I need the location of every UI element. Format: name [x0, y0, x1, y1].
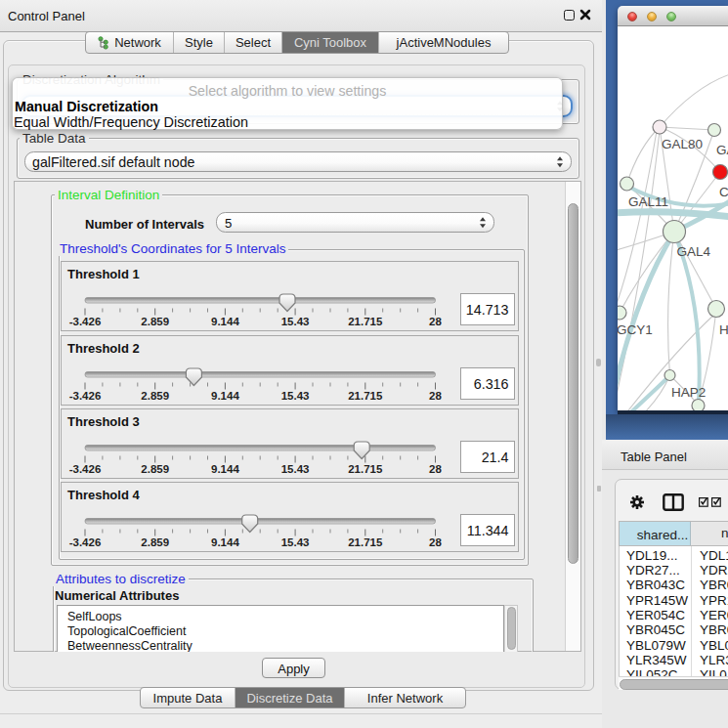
svg-text:21.715: 21.715 [348, 316, 383, 326]
svg-text:GAL4: GAL4 [677, 244, 711, 259]
svg-text:GA: GA [716, 143, 728, 157]
svg-text:28: 28 [429, 463, 442, 474]
svg-text:9.144: 9.144 [211, 536, 239, 547]
svg-text:2.859: 2.859 [141, 390, 169, 401]
svg-text:2.859: 2.859 [141, 463, 169, 474]
svg-text:H: H [719, 322, 728, 337]
svg-text:2.859: 2.859 [141, 536, 169, 547]
svg-text:28: 28 [429, 316, 442, 326]
svg-text:9.144: 9.144 [211, 390, 239, 401]
svg-text:21.715: 21.715 [348, 536, 383, 547]
svg-text:28: 28 [429, 536, 442, 547]
svg-text:28: 28 [429, 390, 442, 401]
svg-text:9.144: 9.144 [211, 463, 239, 474]
svg-text:GAL80: GAL80 [662, 137, 703, 151]
svg-text:-3.426: -3.426 [69, 463, 102, 474]
svg-text:-3.426: -3.426 [69, 316, 102, 326]
svg-text:-3.426: -3.426 [69, 536, 102, 547]
svg-text:HAP2: HAP2 [671, 385, 706, 400]
svg-text:15.43: 15.43 [281, 536, 310, 547]
svg-text:15.43: 15.43 [281, 463, 310, 474]
svg-text:9.144: 9.144 [211, 316, 239, 326]
svg-text:2.859: 2.859 [141, 316, 169, 326]
svg-text:15.43: 15.43 [281, 316, 310, 326]
svg-text:21.715: 21.715 [348, 463, 383, 474]
svg-text:GAL11: GAL11 [628, 194, 668, 209]
svg-text:15.43: 15.43 [281, 390, 310, 401]
svg-text:-3.426: -3.426 [69, 390, 102, 401]
svg-text:GCY1: GCY1 [618, 322, 653, 337]
svg-text:C: C [719, 185, 728, 199]
svg-text:21.715: 21.715 [348, 390, 383, 401]
